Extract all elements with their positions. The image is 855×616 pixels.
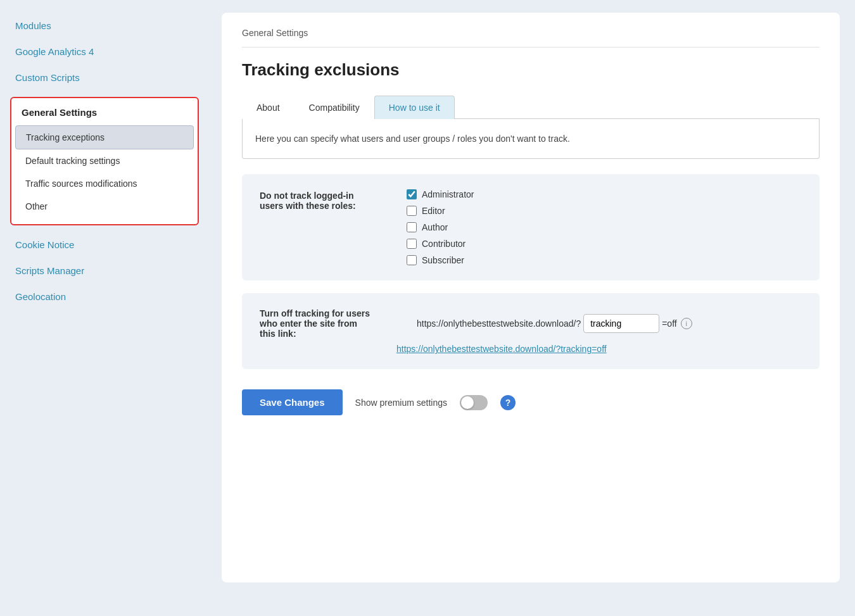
checkbox-editor[interactable]: Editor [407,206,474,216]
sidebar-item-other[interactable]: Other [15,195,194,218]
toggle-thumb [461,396,474,409]
sidebar-item-modules[interactable]: Modules [0,13,209,39]
info-icon[interactable]: i [681,318,692,329]
checkbox-administrator-label: Administrator [422,189,474,199]
checkbox-subscriber[interactable]: Subscriber [407,255,474,265]
sidebar-group-general-settings: General Settings Tracking exceptions Def… [10,97,199,225]
sidebar-item-ga4[interactable]: Google Analytics 4 [0,39,209,65]
full-url-link[interactable]: https://onlythebesttestwebsite.download/… [396,344,802,354]
url-input-group: https://onlythebesttestwebsite.download/… [417,314,692,333]
main-content: General Settings Tracking exclusions Abo… [209,0,855,616]
checkbox-contributor-label: Contributor [422,239,466,249]
url-suffix: =off [662,318,677,329]
checkbox-editor-label: Editor [422,206,445,216]
premium-label: Show premium settings [355,398,448,408]
page-header: General Settings [242,28,820,47]
checkbox-author-label: Author [422,222,448,232]
sidebar-item-traffic-sources[interactable]: Traffic sources modifications [15,172,194,195]
checkbox-administrator[interactable]: Administrator [407,189,474,199]
tab-compatibility[interactable]: Compatibility [294,96,374,119]
section-title: Tracking exclusions [242,60,820,80]
checkbox-editor-input[interactable] [407,206,417,216]
checkbox-contributor-input[interactable] [407,239,417,249]
url-prefix: https://onlythebesttestwebsite.download/… [417,318,581,329]
roles-panel: Do not track logged-inusers with these r… [242,174,820,280]
sidebar-item-scripts-manager[interactable]: Scripts Manager [0,258,209,284]
premium-toggle[interactable] [460,395,488,410]
tab-about[interactable]: About [242,96,294,119]
checkbox-subscriber-label: Subscriber [422,255,464,265]
tab-how-to-use-it[interactable]: How to use it [374,96,455,119]
sidebar-item-cookie-notice[interactable]: Cookie Notice [0,232,209,258]
tab-content-text: Here you can specify what users and user… [242,119,820,159]
checkbox-author-input[interactable] [407,222,417,232]
help-icon[interactable]: ? [500,395,516,410]
sidebar-item-custom-scripts[interactable]: Custom Scripts [0,65,209,91]
tracking-param-input[interactable] [583,314,659,333]
checkbox-list: Administrator Editor Author Contributor [407,189,474,265]
save-changes-button[interactable]: Save Changes [242,389,343,415]
sidebar: Modules Google Analytics 4 Custom Script… [0,0,209,616]
url-panel-label: Turn off tracking for userswho enter the… [260,308,386,339]
main-card: General Settings Tracking exclusions Abo… [222,13,840,582]
roles-label: Do not track logged-inusers with these r… [260,189,386,211]
checkbox-subscriber-input[interactable] [407,255,417,265]
sidebar-item-geolocation[interactable]: Geolocation [0,284,209,310]
checkbox-administrator-input[interactable] [407,189,417,199]
sidebar-group-title: General Settings [11,107,198,125]
url-panel: Turn off tracking for userswho enter the… [242,293,820,369]
tabs: About Compatibility How to use it [242,95,820,119]
sidebar-item-default-tracking[interactable]: Default tracking settings [15,149,194,172]
footer-row: Save Changes Show premium settings ? [242,384,820,415]
sidebar-item-tracking-exceptions[interactable]: Tracking exceptions [15,125,194,149]
roles-panel-row: Do not track logged-inusers with these r… [260,189,802,265]
url-panel-row: Turn off tracking for userswho enter the… [260,308,802,339]
checkbox-author[interactable]: Author [407,222,474,232]
checkbox-contributor[interactable]: Contributor [407,239,474,249]
toggle-track [460,395,488,410]
